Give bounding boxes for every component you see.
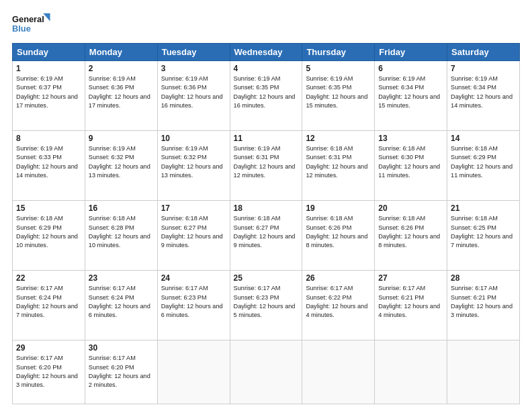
- calendar-cell: 14Sunrise: 6:18 AM Sunset: 6:29 PM Dayli…: [447, 131, 520, 201]
- day-number: 2: [89, 64, 154, 73]
- calendar-cell: [447, 340, 520, 404]
- day-number: 28: [451, 273, 516, 283]
- cell-details: Sunrise: 6:17 AM Sunset: 6:21 PM Dayligh…: [378, 284, 443, 320]
- cell-details: Sunrise: 6:19 AM Sunset: 6:36 PM Dayligh…: [89, 75, 154, 110]
- day-number: 15: [16, 203, 81, 213]
- calendar-cell: 11Sunrise: 6:19 AM Sunset: 6:31 PM Dayli…: [230, 131, 302, 201]
- day-number: 18: [234, 203, 299, 213]
- day-number: 26: [306, 273, 371, 283]
- day-number: 1: [16, 64, 81, 73]
- svg-text:Blue: Blue: [12, 24, 31, 34]
- calendar-cell: 3Sunrise: 6:19 AM Sunset: 6:36 PM Daylig…: [157, 61, 230, 131]
- cell-details: Sunrise: 6:17 AM Sunset: 6:23 PM Dayligh…: [234, 284, 299, 320]
- calendar-cell: 27Sunrise: 6:17 AM Sunset: 6:21 PM Dayli…: [375, 271, 447, 340]
- cell-details: Sunrise: 6:19 AM Sunset: 6:32 PM Dayligh…: [89, 144, 154, 180]
- calendar-cell: 29Sunrise: 6:17 AM Sunset: 6:20 PM Dayli…: [13, 340, 85, 404]
- cell-details: Sunrise: 6:17 AM Sunset: 6:21 PM Dayligh…: [451, 284, 516, 320]
- calendar-cell: 24Sunrise: 6:17 AM Sunset: 6:23 PM Dayli…: [157, 271, 230, 340]
- cell-details: Sunrise: 6:18 AM Sunset: 6:30 PM Dayligh…: [378, 144, 443, 180]
- cell-details: Sunrise: 6:19 AM Sunset: 6:35 PM Dayligh…: [234, 75, 299, 110]
- weekday-header-wednesday: Wednesday: [230, 44, 302, 61]
- calendar-cell: 18Sunrise: 6:18 AM Sunset: 6:27 PM Dayli…: [230, 201, 302, 271]
- day-number: 30: [89, 343, 154, 353]
- page: GeneralBlue SundayMondayTuesdayWednesday…: [0, 0, 532, 411]
- day-number: 24: [161, 273, 226, 283]
- weekday-header-thursday: Thursday: [302, 44, 375, 61]
- calendar-cell: 8Sunrise: 6:19 AM Sunset: 6:33 PM Daylig…: [13, 131, 85, 201]
- calendar-cell: 20Sunrise: 6:18 AM Sunset: 6:26 PM Dayli…: [375, 201, 447, 271]
- cell-details: Sunrise: 6:17 AM Sunset: 6:24 PM Dayligh…: [89, 284, 154, 320]
- calendar-cell: 19Sunrise: 6:18 AM Sunset: 6:26 PM Dayli…: [302, 201, 375, 271]
- day-number: 20: [378, 203, 443, 213]
- cell-details: Sunrise: 6:19 AM Sunset: 6:37 PM Dayligh…: [16, 75, 81, 110]
- day-number: 21: [451, 203, 516, 213]
- cell-details: Sunrise: 6:17 AM Sunset: 6:24 PM Dayligh…: [16, 284, 81, 320]
- cell-details: Sunrise: 6:18 AM Sunset: 6:27 PM Dayligh…: [234, 214, 299, 250]
- calendar-cell: 9Sunrise: 6:19 AM Sunset: 6:32 PM Daylig…: [85, 131, 157, 201]
- cell-details: Sunrise: 6:17 AM Sunset: 6:23 PM Dayligh…: [161, 284, 226, 320]
- weekday-header-monday: Monday: [85, 44, 157, 61]
- day-number: 11: [234, 134, 299, 143]
- day-number: 9: [89, 134, 154, 143]
- day-number: 29: [16, 343, 81, 353]
- cell-details: Sunrise: 6:19 AM Sunset: 6:34 PM Dayligh…: [451, 75, 516, 110]
- cell-details: Sunrise: 6:18 AM Sunset: 6:25 PM Dayligh…: [451, 214, 516, 250]
- calendar-cell: 1Sunrise: 6:19 AM Sunset: 6:37 PM Daylig…: [13, 61, 85, 131]
- calendar-cell: [302, 340, 375, 404]
- day-number: 17: [161, 203, 226, 213]
- cell-details: Sunrise: 6:19 AM Sunset: 6:35 PM Dayligh…: [306, 75, 371, 110]
- day-number: 22: [16, 273, 81, 283]
- logo-svg: GeneralBlue: [12, 12, 52, 36]
- day-number: 13: [378, 134, 443, 143]
- cell-details: Sunrise: 6:18 AM Sunset: 6:28 PM Dayligh…: [89, 214, 154, 250]
- cell-details: Sunrise: 6:19 AM Sunset: 6:31 PM Dayligh…: [234, 144, 299, 180]
- cell-details: Sunrise: 6:18 AM Sunset: 6:31 PM Dayligh…: [306, 144, 371, 180]
- calendar-cell: 2Sunrise: 6:19 AM Sunset: 6:36 PM Daylig…: [85, 61, 157, 131]
- day-number: 10: [161, 134, 226, 143]
- cell-details: Sunrise: 6:19 AM Sunset: 6:36 PM Dayligh…: [161, 75, 226, 110]
- calendar-cell: 12Sunrise: 6:18 AM Sunset: 6:31 PM Dayli…: [302, 131, 375, 201]
- cell-details: Sunrise: 6:19 AM Sunset: 6:34 PM Dayligh…: [378, 75, 443, 110]
- header: GeneralBlue: [12, 12, 520, 36]
- calendar-cell: 17Sunrise: 6:18 AM Sunset: 6:27 PM Dayli…: [157, 201, 230, 271]
- calendar-cell: [375, 340, 447, 404]
- calendar-cell: 21Sunrise: 6:18 AM Sunset: 6:25 PM Dayli…: [447, 201, 520, 271]
- calendar-cell: 13Sunrise: 6:18 AM Sunset: 6:30 PM Dayli…: [375, 131, 447, 201]
- calendar-cell: 5Sunrise: 6:19 AM Sunset: 6:35 PM Daylig…: [302, 61, 375, 131]
- cell-details: Sunrise: 6:19 AM Sunset: 6:33 PM Dayligh…: [16, 144, 81, 180]
- day-number: 7: [451, 64, 516, 73]
- calendar-cell: 10Sunrise: 6:19 AM Sunset: 6:32 PM Dayli…: [157, 131, 230, 201]
- svg-text:General: General: [12, 14, 44, 24]
- calendar-cell: 6Sunrise: 6:19 AM Sunset: 6:34 PM Daylig…: [375, 61, 447, 131]
- logo: GeneralBlue: [12, 12, 52, 36]
- weekday-header-saturday: Saturday: [447, 44, 520, 61]
- calendar-cell: [157, 340, 230, 404]
- day-number: 27: [378, 273, 443, 283]
- day-number: 25: [234, 273, 299, 283]
- cell-details: Sunrise: 6:17 AM Sunset: 6:20 PM Dayligh…: [89, 354, 154, 390]
- day-number: 12: [306, 134, 371, 143]
- calendar-cell: 23Sunrise: 6:17 AM Sunset: 6:24 PM Dayli…: [85, 271, 157, 340]
- cell-details: Sunrise: 6:17 AM Sunset: 6:22 PM Dayligh…: [306, 284, 371, 320]
- day-number: 3: [161, 64, 226, 73]
- calendar-cell: 30Sunrise: 6:17 AM Sunset: 6:20 PM Dayli…: [85, 340, 157, 404]
- calendar-cell: 22Sunrise: 6:17 AM Sunset: 6:24 PM Dayli…: [13, 271, 85, 340]
- calendar-cell: 25Sunrise: 6:17 AM Sunset: 6:23 PM Dayli…: [230, 271, 302, 340]
- day-number: 14: [451, 134, 516, 143]
- cell-details: Sunrise: 6:18 AM Sunset: 6:26 PM Dayligh…: [378, 214, 443, 250]
- weekday-header-friday: Friday: [375, 44, 447, 61]
- calendar-cell: 15Sunrise: 6:18 AM Sunset: 6:29 PM Dayli…: [13, 201, 85, 271]
- day-number: 5: [306, 64, 371, 73]
- calendar-table: SundayMondayTuesdayWednesdayThursdayFrid…: [12, 43, 520, 404]
- cell-details: Sunrise: 6:18 AM Sunset: 6:26 PM Dayligh…: [306, 214, 371, 250]
- day-number: 19: [306, 203, 371, 213]
- calendar-cell: [230, 340, 302, 404]
- day-number: 23: [89, 273, 154, 283]
- cell-details: Sunrise: 6:19 AM Sunset: 6:32 PM Dayligh…: [161, 144, 226, 180]
- calendar-cell: 28Sunrise: 6:17 AM Sunset: 6:21 PM Dayli…: [447, 271, 520, 340]
- calendar-cell: 16Sunrise: 6:18 AM Sunset: 6:28 PM Dayli…: [85, 201, 157, 271]
- day-number: 8: [16, 134, 81, 143]
- cell-details: Sunrise: 6:17 AM Sunset: 6:20 PM Dayligh…: [16, 354, 81, 390]
- day-number: 16: [89, 203, 154, 213]
- weekday-header-tuesday: Tuesday: [157, 44, 230, 61]
